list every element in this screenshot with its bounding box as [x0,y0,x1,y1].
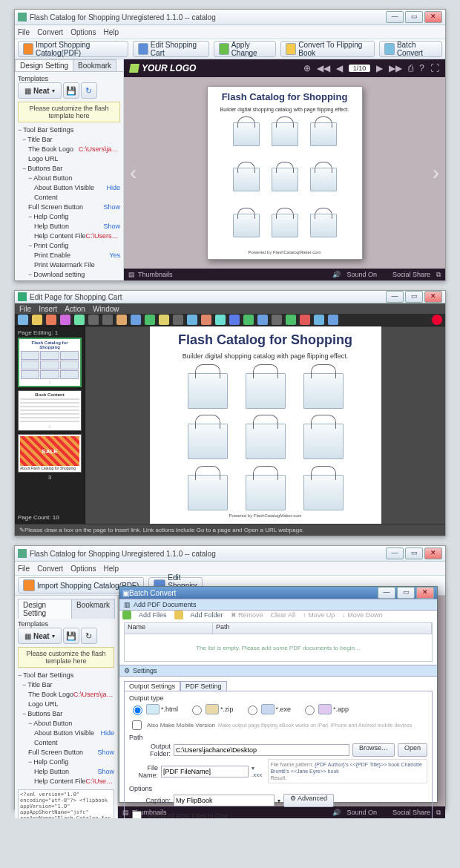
menu-window[interactable]: Window [93,305,119,313]
radio-zip[interactable]: *.zip [188,703,234,715]
radio-app[interactable]: *.app [301,703,349,715]
menu-file[interactable]: File [18,565,30,573]
page-thumbnail[interactable]: Book Content 2 [18,390,82,431]
editor-tool-icon[interactable] [229,315,240,325]
editor-tool-icon[interactable] [314,315,324,325]
tree-row[interactable]: −Help Config [18,757,114,767]
menu-options[interactable]: Options [70,565,96,573]
tree-row[interactable]: −Download setting [18,270,120,280]
merge-checkbox[interactable] [132,811,142,818]
zoom-in-icon[interactable]: ⊕ [303,63,311,73]
tab-bookmark[interactable]: Bookmark [71,599,115,619]
template-save-button[interactable]: 💾 [63,628,79,644]
page-thumbnail[interactable]: SALE About Flash Catalog for Shopping [18,434,82,473]
editor-tool-icon[interactable] [215,315,226,325]
minimize-button[interactable]: — [386,291,404,303]
dialog-minimize[interactable]: — [378,587,395,599]
close-button[interactable]: ✕ [424,291,442,303]
tree-row[interactable]: −Tool Bar Settings [18,125,120,135]
print-icon[interactable]: ⎙ [408,63,413,73]
tab-design-setting[interactable]: Design Setting [15,59,73,71]
tab-pdf-setting[interactable]: PDF Setting [180,681,227,691]
mobile-checkbox[interactable] [132,720,142,730]
editor-tool-icon[interactable] [286,315,296,325]
editor-tool-icon[interactable] [201,315,211,325]
tree-row[interactable]: Logo URL [18,700,114,709]
dialog-titlebar[interactable]: ▣ Batch Convert —▭✕ [119,587,437,599]
tree-row[interactable]: −Buttons Bar [18,709,114,719]
window-titlebar[interactable]: Flash Catalog for Shopping Unregistered … [15,546,445,562]
edit-cart-button[interactable]: Edit Shopping Cart [133,41,209,57]
tree-row[interactable]: −Print Config [18,241,120,251]
editor-tool-icon[interactable] [328,315,338,325]
tree-row[interactable]: −Help Config [18,212,120,222]
menu-insert[interactable]: Insert [39,305,57,313]
prev-page-icon[interactable]: ◀ [336,63,343,73]
settings-tree[interactable]: −Tool Bar Settings−Title BarThe Book Log… [18,125,120,280]
editor-tool-icon[interactable] [116,315,127,325]
browse-button[interactable]: Browse… [352,743,395,757]
help-icon[interactable]: ? [419,63,424,73]
tab-bookmark[interactable]: Bookmark [73,59,116,71]
editor-tool-icon[interactable] [102,315,113,325]
editor-tool-icon[interactable] [88,315,99,325]
maximize-button[interactable]: ▭ [405,11,423,23]
tree-row[interactable]: Help Content FileC:\Users\jac… [18,231,120,241]
thumbnails-toggle[interactable]: ▤ [128,271,135,278]
tree-row[interactable]: −Title Bar [18,680,114,690]
editor-stage[interactable]: Flash Catalog for Shopping Builder digit… [85,326,445,524]
col-path[interactable]: Path [213,623,432,634]
menu-file[interactable]: File [18,28,30,36]
tree-row[interactable]: About Button VisibleHide [18,183,120,193]
add-folder-button[interactable]: Add Folder [191,611,223,619]
menu-convert[interactable]: Convert [37,565,63,573]
next-page-icon[interactable]: ▶ [376,63,383,73]
tree-row[interactable]: −Buttons Bar [18,164,120,174]
maximize-button[interactable]: ▭ [405,291,423,303]
editor-tool-icon[interactable] [32,315,42,325]
template-selector[interactable]: ▦Neat▾ [18,82,62,99]
tree-row[interactable]: Download EnableNo [18,280,120,280]
maximize-button[interactable]: ▭ [405,548,423,559]
editor-tool-icon[interactable] [46,315,56,325]
tree-row[interactable]: −About Button [18,719,114,729]
open-button[interactable]: Open [398,743,427,757]
tree-row[interactable]: Print EnableYes [18,251,120,260]
tree-row[interactable]: Logo URL [18,154,120,164]
settings-tree[interactable]: −Tool Bar Settings−Title BarThe Book Log… [18,671,114,786]
editor-tool-icon[interactable] [187,315,197,325]
dialog-maximize[interactable]: ▭ [397,587,415,599]
editor-tool-icon[interactable] [74,315,85,325]
col-name[interactable]: Name [125,623,213,634]
tree-row[interactable]: Full Screen ButtonShow [18,203,120,212]
tree-row[interactable]: −Title Bar [18,135,120,145]
first-page-icon[interactable]: ◀◀ [317,63,330,73]
tree-row[interactable]: −About Button [18,174,120,183]
editor-tool-icon[interactable] [173,315,183,325]
chevron-right-icon[interactable]: › [433,161,439,185]
template-refresh-button[interactable]: ↻ [81,628,97,644]
radio-exe[interactable]: *.exe [244,703,292,715]
batch-convert-button[interactable]: Batch Convert [379,41,442,57]
editor-tool-icon[interactable] [300,315,310,325]
page-thumbnail[interactable]: Flash Catalog for Shopping 1 [18,338,82,387]
editor-tool-icon[interactable] [243,315,254,325]
output-folder-input[interactable] [174,744,349,756]
close-button[interactable]: ✕ [424,11,442,23]
tree-row[interactable]: Content [18,738,114,748]
tree-row[interactable]: −Tool Bar Settings [18,671,114,680]
template-refresh-button[interactable]: ↻ [81,82,97,99]
menu-file[interactable]: File [19,305,31,313]
tree-row[interactable]: Help ButtonShow [18,767,114,777]
tree-row[interactable]: Help ButtonShow [18,222,120,231]
close-button[interactable]: ✕ [424,548,442,559]
editor-tool-icon[interactable] [131,315,141,325]
editor-tool-icon[interactable] [18,315,28,325]
chevron-left-icon[interactable]: ‹ [130,161,137,185]
page-indicator[interactable]: 1/10 [349,65,371,72]
last-page-icon[interactable]: ▶▶ [389,63,402,73]
tree-row[interactable]: About Button VisibleHide [18,729,114,738]
advanced-button[interactable]: ⚙ Advanced [283,794,334,807]
menu-action[interactable]: Action [65,305,85,313]
share-icon[interactable]: ⧉ [436,271,441,279]
